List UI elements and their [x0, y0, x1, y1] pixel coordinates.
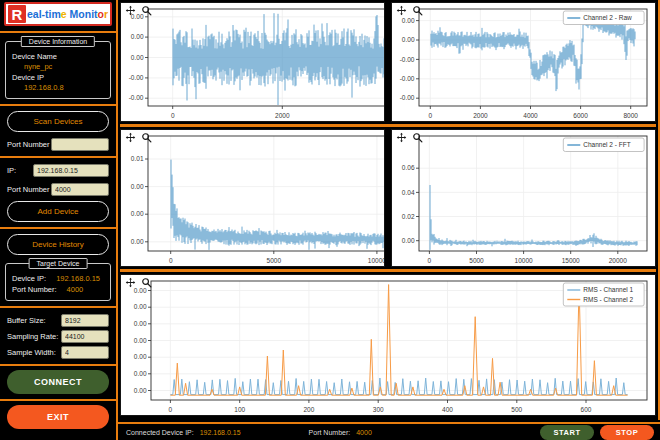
- add-ip-input[interactable]: [33, 164, 109, 177]
- svg-text:0.00: 0.00: [402, 17, 415, 24]
- chart-toolbar: [396, 5, 423, 16]
- device-history-button[interactable]: Device History: [7, 234, 109, 255]
- sample-width-input[interactable]: [61, 346, 109, 359]
- svg-text:0.00: 0.00: [134, 387, 147, 394]
- chart-toolbar: [125, 277, 152, 288]
- connect-button[interactable]: CONNECT: [7, 370, 109, 394]
- app-title: eal-time Monitor: [27, 8, 108, 20]
- ch2-raw-chart[interactable]: 020004000600080000.000.00-0.00-0.00-0.00…: [392, 3, 655, 121]
- svg-text:500: 500: [511, 406, 522, 413]
- svg-text:0: 0: [171, 112, 175, 119]
- svg-text:0.02: 0.02: [402, 213, 415, 220]
- chart-toolbar: [396, 132, 423, 143]
- pan-icon[interactable]: [125, 5, 136, 16]
- chart-row-1: 020004000600080000.000.000.00-0.00-0.00C…: [120, 2, 656, 122]
- chart-panel-ch2-fft: 050001000015000200000.060.040.020.00Chan…: [391, 129, 656, 267]
- add-port-input[interactable]: [51, 183, 109, 196]
- rms-chart[interactable]: 01002003004005006000.000.000.000.000.000…: [121, 275, 655, 415]
- svg-text:-0.00: -0.00: [400, 94, 415, 101]
- stop-button[interactable]: STOP: [600, 425, 654, 440]
- scan-port-label: Port Number: [7, 140, 50, 149]
- main-area: 020004000600080000.000.000.00-0.00-0.00C…: [118, 0, 660, 440]
- svg-text:8000: 8000: [623, 112, 638, 119]
- svg-text:-0.00: -0.00: [400, 75, 415, 82]
- pan-icon[interactable]: [396, 5, 407, 16]
- scan-devices-button[interactable]: Scan Devices: [7, 111, 109, 132]
- svg-text:0.06: 0.06: [402, 164, 415, 171]
- zoom-icon[interactable]: [141, 5, 152, 16]
- device-ip-value: 192.168.0.8: [24, 83, 106, 92]
- divider: [0, 399, 116, 401]
- svg-text:10000: 10000: [515, 257, 533, 264]
- zoom-icon[interactable]: [412, 5, 423, 16]
- svg-text:300: 300: [373, 406, 384, 413]
- svg-text:RMS - Channel 2: RMS - Channel 2: [583, 296, 633, 303]
- sample-width-row: Sample Width:: [7, 346, 109, 359]
- add-port-label: Port Number: [7, 185, 50, 194]
- status-port-value: 4000: [356, 429, 372, 436]
- ch1-raw-chart[interactable]: 020004000600080000.000.000.00-0.00-0.00C…: [121, 3, 385, 121]
- zoom-icon[interactable]: [412, 132, 423, 143]
- svg-text:Channel 2 - FFT: Channel 2 - FFT: [583, 141, 630, 148]
- target-port-row: Port Number: 4000: [12, 285, 106, 294]
- zoom-icon[interactable]: [141, 132, 152, 143]
- svg-text:Channel 2 - Raw: Channel 2 - Raw: [583, 14, 632, 21]
- exit-button[interactable]: EXIT: [7, 405, 109, 429]
- target-port-value: 4000: [67, 285, 84, 294]
- chart-panel-rms: 01002003004005006000.000.000.000.000.000…: [120, 274, 656, 416]
- divider: [120, 269, 656, 272]
- add-device-button[interactable]: Add Device: [7, 201, 109, 222]
- divider: [0, 227, 116, 229]
- pan-icon[interactable]: [396, 132, 407, 143]
- divider: [120, 124, 656, 127]
- sampling-rate-row: Sampling Rate:: [7, 330, 109, 343]
- chart-toolbar: [125, 132, 152, 143]
- ch1-fft-chart[interactable]: 050001000015000200000.010.000.000.00Chan…: [121, 130, 385, 266]
- svg-text:0.00: 0.00: [131, 54, 144, 61]
- logo-r-icon: R: [8, 5, 26, 23]
- svg-text:10000: 10000: [368, 257, 385, 264]
- add-port-row: Port Number: [7, 183, 109, 196]
- sample-width-label: Sample Width:: [7, 348, 56, 357]
- svg-text:RMS - Channel 1: RMS - Channel 1: [583, 286, 633, 293]
- svg-text:0.00: 0.00: [134, 337, 147, 344]
- svg-text:0.00: 0.00: [134, 320, 147, 327]
- scan-port-input[interactable]: [51, 138, 109, 151]
- ch2-fft-chart[interactable]: 050001000015000200000.060.040.020.00Chan…: [392, 130, 655, 266]
- pan-icon[interactable]: [125, 132, 136, 143]
- svg-text:-0.00: -0.00: [400, 56, 415, 63]
- svg-text:6000: 6000: [573, 112, 588, 119]
- buffer-size-input[interactable]: [61, 314, 109, 327]
- sampling-rate-input[interactable]: [61, 330, 109, 343]
- divider: [0, 31, 116, 33]
- zoom-icon[interactable]: [141, 277, 152, 288]
- app-window: R eal-time Monitor Device Information De…: [0, 0, 660, 440]
- chart-toolbar: [125, 5, 152, 16]
- svg-text:20000: 20000: [609, 257, 627, 264]
- svg-text:15000: 15000: [562, 257, 580, 264]
- svg-text:4000: 4000: [523, 112, 538, 119]
- svg-text:0.00: 0.00: [131, 183, 144, 190]
- app-logo: R eal-time Monitor: [4, 2, 112, 26]
- device-ip-label: Device IP: [12, 73, 106, 82]
- svg-text:5000: 5000: [469, 257, 484, 264]
- svg-text:0.01: 0.01: [131, 155, 144, 162]
- target-ip-row: Device IP: 192.168.0.15: [12, 274, 106, 283]
- connected-ip-value: 192.168.0.15: [200, 429, 241, 436]
- target-device-group: Target Device Device IP: 192.168.0.15 Po…: [5, 263, 111, 301]
- svg-text:100: 100: [234, 406, 245, 413]
- charts-area: 020004000600080000.000.000.00-0.00-0.00C…: [118, 0, 660, 420]
- chart-panel-ch1-fft: 050001000015000200000.010.000.000.00Chan…: [120, 129, 385, 267]
- chart-row-2: 050001000015000200000.010.000.000.00Chan…: [120, 129, 656, 267]
- start-button[interactable]: START: [540, 425, 594, 440]
- svg-text:2000: 2000: [473, 112, 488, 119]
- pan-icon[interactable]: [125, 277, 136, 288]
- svg-text:0.00: 0.00: [134, 303, 147, 310]
- chart-panel-ch2-raw: 020004000600080000.000.00-0.00-0.00-0.00…: [391, 2, 656, 122]
- target-ip-value: 192.168.0.15: [56, 274, 100, 283]
- svg-text:600: 600: [581, 406, 592, 413]
- divider: [0, 156, 116, 158]
- buffer-size-row: Buffer Size:: [7, 314, 109, 327]
- device-name-label: Device Name: [12, 52, 106, 61]
- target-ip-label: Device IP:: [12, 274, 46, 283]
